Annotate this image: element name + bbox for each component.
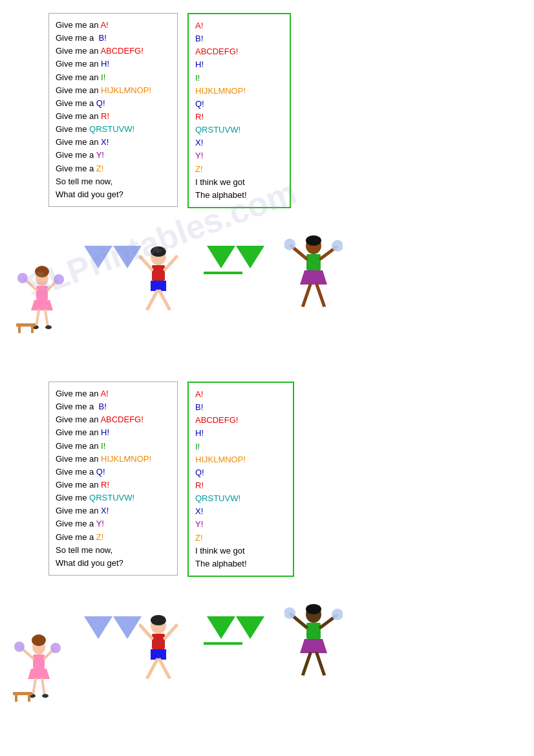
svg-line-8 — [36, 310, 39, 327]
r-line-2: B! — [195, 32, 283, 45]
top-right-arrow2 — [236, 246, 264, 270]
svg-line-59 — [160, 660, 170, 679]
b-line-4: Give me an H! — [56, 426, 171, 439]
bottom-right-cheerleader — [284, 601, 343, 698]
svg-point-7 — [54, 274, 64, 285]
svg-rect-14 — [31, 327, 34, 333]
svg-point-73 — [322, 675, 330, 679]
b-line-5: Give me an I! — [56, 440, 171, 453]
line-4: Give me an H! — [56, 58, 171, 70]
svg-rect-27 — [306, 254, 321, 270]
r-line-10: X! — [195, 136, 283, 149]
svg-point-38 — [32, 634, 46, 646]
svg-point-43 — [14, 642, 25, 652]
line-9: Give me QRSTUVW! — [56, 123, 171, 136]
line-7: Give me a Q! — [56, 97, 171, 110]
br-line-3: ABCDEFG! — [195, 414, 286, 427]
svg-line-46 — [42, 679, 45, 695]
svg-line-19 — [140, 257, 152, 270]
bottom-left-cheerleader — [10, 621, 68, 705]
line-1: Give me an A! — [56, 19, 171, 32]
br-line-4: H! — [195, 427, 286, 440]
r-line-13: I think we got — [195, 176, 283, 189]
svg-line-70 — [303, 653, 310, 676]
svg-point-72 — [297, 675, 305, 679]
b-line-1: Give me an A! — [56, 387, 171, 400]
r-line-11: Y! — [195, 149, 283, 162]
br-line-10: X! — [195, 505, 286, 518]
svg-point-36 — [322, 307, 330, 310]
svg-marker-28 — [300, 270, 327, 285]
line-6: Give me an HIJKLMNOP! — [56, 84, 171, 97]
top-right-card: A! B! ABCDEFG! H! I! HIJKLMNOP! Q! R! QR… — [187, 13, 291, 208]
r-line-14: The alphabet! — [195, 189, 283, 202]
line-11: Give me a Y! — [56, 149, 171, 162]
svg-line-57 — [165, 625, 176, 638]
svg-point-1 — [35, 266, 49, 277]
br-line-5: I! — [195, 440, 286, 453]
svg-line-20 — [165, 257, 176, 270]
svg-point-23 — [142, 310, 149, 314]
svg-line-58 — [147, 660, 157, 679]
br-line-12: Z! — [195, 532, 286, 545]
svg-rect-2 — [36, 286, 48, 300]
svg-rect-12 — [16, 323, 36, 327]
top-left-arrow — [84, 246, 112, 270]
bottom-right-arrow — [207, 616, 235, 641]
line-14: What did you get? — [56, 188, 171, 201]
b-line-10: Give me an X! — [56, 504, 171, 517]
b-line-6: Give me an HIJKLMNOP! — [56, 453, 171, 466]
b-line-3: Give me an ABCDEFG! — [56, 413, 171, 426]
line-12: Give me a Z! — [56, 162, 171, 175]
svg-point-35 — [297, 307, 305, 310]
b-line-8: Give me an R! — [56, 479, 171, 491]
r-line-5: I! — [195, 72, 283, 85]
br-line-14: The alphabet! — [195, 557, 286, 570]
r-line-8: R! — [195, 111, 283, 124]
svg-rect-54 — [152, 634, 165, 649]
line-2: Give me a B! — [56, 32, 171, 45]
svg-line-45 — [33, 679, 36, 695]
page: SLPrintables.com Give me an A! Give me a… — [0, 0, 534, 756]
r-line-9: QRSTUVW! — [195, 124, 283, 136]
r-line-3: ABCDEFG! — [195, 45, 283, 58]
bottom-right-card: A! B! ABCDEFG! H! I! HIJKLMNOP! Q! R! QR… — [187, 382, 294, 577]
br-line-1: A! — [195, 388, 286, 401]
svg-point-60 — [142, 678, 149, 682]
svg-line-56 — [140, 625, 152, 638]
line-5: Give me an I! — [56, 71, 171, 84]
svg-line-71 — [317, 653, 325, 676]
br-line-7: Q! — [195, 466, 286, 479]
b-line-11: Give me a Y! — [56, 517, 171, 530]
svg-point-48 — [42, 694, 48, 698]
br-line-9: QRSTUVW! — [195, 492, 286, 505]
br-line-13: I think we got — [195, 545, 286, 557]
svg-point-61 — [167, 678, 175, 682]
svg-line-21 — [147, 291, 157, 310]
svg-rect-18 — [151, 281, 166, 291]
svg-marker-65 — [300, 639, 327, 653]
svg-line-33 — [303, 285, 310, 307]
svg-rect-49 — [13, 692, 32, 695]
b-line-7: Give me a Q! — [56, 466, 171, 479]
r-line-1: A! — [195, 19, 283, 32]
svg-rect-50 — [15, 695, 17, 702]
svg-rect-55 — [151, 649, 166, 660]
r-line-4: H! — [195, 58, 283, 71]
svg-point-44 — [50, 643, 61, 653]
top-right-cheerleader — [284, 233, 343, 330]
svg-marker-40 — [28, 669, 50, 679]
line-13: So tell me now, — [56, 175, 171, 188]
top-right-arrow — [207, 246, 235, 270]
svg-point-26 — [306, 235, 321, 246]
svg-rect-13 — [18, 327, 21, 333]
svg-line-9 — [45, 310, 48, 327]
top-left-cheerleader — [13, 252, 71, 336]
b-line-13: So tell me now, — [56, 544, 171, 557]
svg-point-6 — [17, 273, 28, 283]
svg-marker-3 — [31, 300, 53, 310]
svg-rect-51 — [28, 695, 30, 702]
line-10: Give me an X! — [56, 136, 171, 149]
r-line-7: Q! — [195, 98, 283, 111]
top-left-card: Give me an A! Give me a B! Give me an AB… — [48, 13, 178, 207]
